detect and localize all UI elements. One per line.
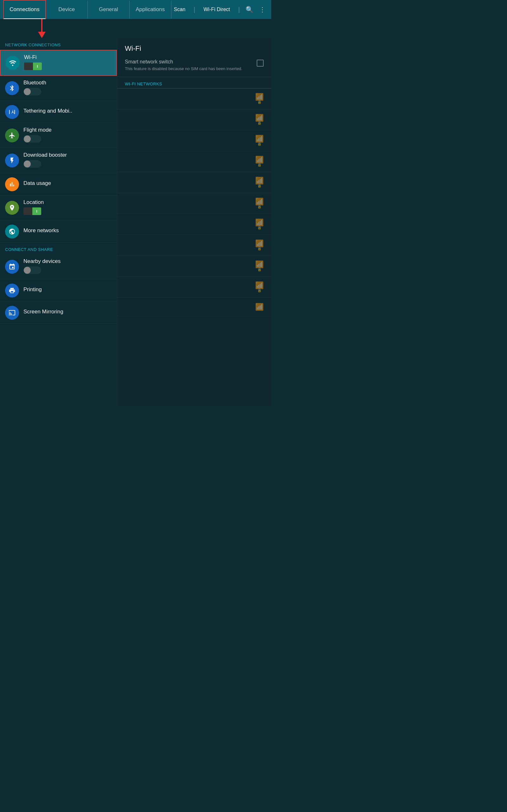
network-item-3[interactable]: 📶 🔒 <box>117 131 271 151</box>
svg-point-0 <box>12 65 13 66</box>
tethering-icon <box>5 105 19 119</box>
arrow-head <box>38 32 46 38</box>
connect-share-header: CONNECT AND SHARE <box>0 243 117 254</box>
tethering-label: Tethering and Mobi.. <box>23 108 112 114</box>
network-item-5[interactable]: 📶 🔒 <box>117 172 271 193</box>
wifidirect-button[interactable]: Wi-Fi Direct <box>201 5 233 14</box>
more-button[interactable]: ⋮ <box>259 6 266 13</box>
tethering-content: Tethering and Mobi.. <box>23 108 112 116</box>
wifi-signal-9: 📶 <box>255 261 264 268</box>
bluetooth-label: Bluetooth <box>23 80 112 86</box>
tab-connections[interactable]: Connections <box>3 0 46 19</box>
menu-item-printing[interactable]: Printing <box>0 280 117 302</box>
wifi-signal-3: 📶 <box>255 136 264 142</box>
menu-item-morenetworks[interactable]: More networks <box>0 220 117 243</box>
printing-icon <box>5 284 19 298</box>
arrow-shaft <box>41 19 43 32</box>
nearbydevices-toggle-knob <box>24 267 31 274</box>
morenetworks-content: More networks <box>23 227 112 236</box>
lock-icon-5: 🔒 <box>257 184 262 188</box>
smart-switch-row: Smart network switch This feature is dis… <box>125 59 264 72</box>
datausage-icon <box>5 177 19 191</box>
downloadbooster-icon <box>5 154 19 167</box>
wifi-locked-icon-7: 📶 🔒 <box>255 219 264 230</box>
tab-general[interactable]: General <box>88 1 130 18</box>
location-label: Location <box>23 199 112 206</box>
wifi-locked-icon-3: 📶 🔒 <box>255 136 264 146</box>
network-item-10[interactable]: 📶 🔒 <box>117 277 271 298</box>
wifi-signal-4: 📶 <box>255 156 264 163</box>
wifi-toggle-on: I <box>33 62 42 70</box>
menu-item-wifi[interactable]: Wi-Fi I <box>0 50 117 76</box>
wifi-label: Wi-Fi <box>24 54 111 61</box>
tab-device[interactable]: Device <box>46 1 88 18</box>
wifi-locked-icon-8: 📶 🔒 <box>255 240 264 251</box>
scan-button[interactable]: Scan <box>171 5 188 14</box>
menu-item-location[interactable]: Location I <box>0 195 117 220</box>
location-content: Location I <box>23 199 112 216</box>
downloadbooster-toggle[interactable] <box>23 160 41 168</box>
wifi-locked-icon-5: 📶 🔒 <box>255 177 264 188</box>
bluetooth-toggle[interactable] <box>23 88 41 96</box>
red-arrow <box>38 19 46 38</box>
bluetooth-content: Bluetooth <box>23 80 112 97</box>
tab-applications[interactable]: Applications <box>130 1 171 18</box>
wifi-locked-icon-10: 📶 🔒 <box>255 282 264 293</box>
wifi-signal-5: 📶 <box>255 177 264 184</box>
wifi-toggle[interactable]: I <box>24 62 42 70</box>
network-item-6[interactable]: 📶 🔒 <box>117 193 271 214</box>
divider2: | <box>238 6 240 13</box>
menu-item-flightmode[interactable]: Flight mode <box>0 123 117 148</box>
nearbydevices-label: Nearby devices <box>23 258 112 264</box>
wifi-locked-icon-1: 📶 🔒 <box>255 94 264 104</box>
downloadbooster-content: Download booster <box>23 152 112 169</box>
network-item-2[interactable]: 📶 🔒 <box>117 109 271 131</box>
flightmode-toggle[interactable] <box>23 135 41 143</box>
network-item-7[interactable]: 📶 🔒 <box>117 214 271 235</box>
network-item-8[interactable]: 📶 🔒 <box>117 235 271 256</box>
wifi-locked-icon-9: 📶 🔒 <box>255 261 264 271</box>
datausage-content: Data usage <box>23 180 112 189</box>
lock-icon-10: 🔒 <box>257 288 262 293</box>
menu-item-nearbydevices[interactable]: Nearby devices <box>0 254 117 280</box>
flightmode-content: Flight mode <box>23 127 112 144</box>
menu-item-bluetooth[interactable]: Bluetooth <box>0 76 117 101</box>
nearbydevices-toggle[interactable] <box>23 266 41 274</box>
lock-icon-3: 🔒 <box>257 142 262 146</box>
flightmode-icon <box>5 129 19 142</box>
screenmirroring-content: Screen Mirroring <box>23 309 112 317</box>
menu-item-datausage[interactable]: Data usage <box>0 173 117 195</box>
network-item-11[interactable]: 📶 <box>117 298 271 316</box>
datausage-label: Data usage <box>23 180 112 187</box>
lock-icon-4: 🔒 <box>257 163 262 167</box>
location-toggle-on: I <box>32 207 41 215</box>
divider: | <box>193 6 195 13</box>
menu-item-screenmirroring[interactable]: Screen Mirroring <box>0 302 117 324</box>
lock-icon-9: 🔒 <box>257 267 262 271</box>
wifi-locked-icon-11: 📶 <box>255 304 264 310</box>
top-tab-bar: Connections Device General Applications … <box>0 0 271 19</box>
network-item-4[interactable]: 📶 🔒 <box>117 151 271 172</box>
menu-item-tethering[interactable]: Tethering and Mobi.. <box>0 101 117 123</box>
network-item-1[interactable]: 📶 🔒 <box>117 89 271 109</box>
nearbydevices-content: Nearby devices <box>23 258 112 275</box>
bluetooth-toggle-knob <box>24 88 31 95</box>
smart-switch-text: Smart network switch This feature is dis… <box>125 59 257 72</box>
network-item-9[interactable]: 📶 🔒 <box>117 256 271 277</box>
smart-switch-checkbox[interactable] <box>257 60 264 67</box>
menu-item-downloadbooster[interactable]: Download booster <box>0 148 117 173</box>
search-button[interactable]: 🔍 <box>245 6 253 13</box>
lock-icon-2: 🔒 <box>257 121 262 125</box>
left-panel: NETWORK CONNECTIONS Wi-Fi I <box>0 38 117 406</box>
screenmirroring-label: Screen Mirroring <box>23 309 112 315</box>
wifi-signal-11: 📶 <box>255 304 264 310</box>
printing-content: Printing <box>23 287 112 295</box>
wifi-signal-6: 📶 <box>255 198 264 205</box>
wifi-signal-10: 📶 <box>255 282 264 289</box>
location-toggle[interactable]: I <box>23 207 41 215</box>
wifi-signal-7: 📶 <box>255 219 264 226</box>
wifi-signal-1: 📶 <box>255 94 264 101</box>
right-panel: Wi-Fi Smart network switch This feature … <box>117 38 271 406</box>
wifi-networks-header: WI-FI NETWORKS <box>117 77 271 89</box>
lock-icon-1: 🔒 <box>257 100 262 104</box>
